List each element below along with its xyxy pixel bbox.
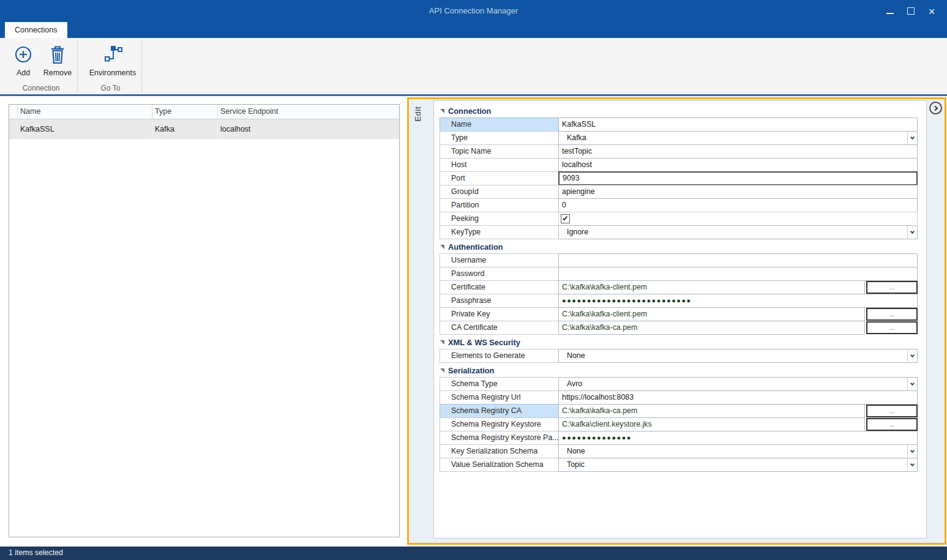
property-label-ca-certificate[interactable]: CA Certificate [440,321,559,335]
column-header-name[interactable]: Name [18,105,152,119]
file-path-field[interactable]: C:\kafka\kafka-ca.pem [558,321,865,335]
dropdown-type[interactable]: Kafka [558,131,918,145]
dropdown-button[interactable] [907,378,917,390]
environments-button[interactable]: Environments [82,40,143,88]
cell-end: localhost [218,119,399,139]
dropdown-button[interactable] [907,132,917,144]
property-row-schema-registry-keystore: Schema Registry KeystoreC:\kafka\client.… [440,417,918,431]
section-expander-icon [440,245,444,249]
text-field-topic-name[interactable]: testTopic [558,144,918,159]
browse-button[interactable]: ... [866,308,918,321]
dropdown-key-serialization-schema[interactable]: None [558,444,918,458]
password-field-passphrase[interactable]: ●●●●●●●●●●●●●●●●●●●●●●●●●● [558,294,918,308]
property-label-schema-registry-url[interactable]: Schema Registry Url [440,390,559,405]
dropdown-button[interactable] [907,226,917,239]
file-path-field[interactable]: C:\kafka\kafka-ca.pem [558,404,865,418]
section-header-serialization[interactable]: Serialization [440,364,918,377]
dropdown-button[interactable] [907,349,917,362]
property-row-key-serialization-schema: Key Serialization SchemaNone [440,444,918,458]
dropdown-button[interactable] [907,458,917,471]
close-button[interactable]: × [921,2,942,20]
dropdown-value-serialization-schema[interactable]: Topic [558,458,918,472]
browse-button[interactable]: ... [866,405,918,417]
column-header-service-endpoint[interactable]: Service Endpoint [218,105,399,119]
connection-list: Name Type Service Endpoint KafkaSSLKafka… [9,104,400,537]
cell-type: Kafka [152,119,218,139]
text-field-partition[interactable]: 0 [558,198,918,212]
section-expander-icon [440,368,444,373]
property-row-username: Username [440,253,918,267]
property-value-schema-registry-keystore-pa: ●●●●●●●●●●●●●● [558,431,918,445]
dropdown-schema-type[interactable]: Avro [558,377,918,391]
property-label-username[interactable]: Username [440,253,559,267]
ribbon-group-separator [141,40,142,93]
text-field-name[interactable]: KafkaSSL [558,118,918,132]
browse-button[interactable]: ... [866,418,918,431]
property-label-type[interactable]: Type [440,131,559,145]
password-field-schema-registry-keystore-pa[interactable]: ●●●●●●●●●●●●●● [558,431,918,445]
property-label-keytype[interactable]: KeyType [440,225,559,239]
property-value-certificate: C:\kafka\kafka-client.pem... [558,280,918,294]
property-label-schema-registry-keystore-pa[interactable]: Schema Registry Keystore Pa... [440,431,559,445]
file-path-field[interactable]: C:\kafka\kafka-client.pem [558,280,865,294]
text-field-host[interactable]: localhost [558,158,918,172]
chevron-down-icon [910,353,915,357]
section-header-xml-ws-security[interactable]: XML & WS Security [440,336,918,349]
property-label-value-serialization-schema[interactable]: Value Serialization Schema [440,458,559,472]
collapse-panel-button[interactable] [929,102,942,114]
table-row-kafkassl[interactable]: KafkaSSLKafkalocalhost [9,119,399,139]
minimize-button[interactable] [880,2,900,20]
property-label-private-key[interactable]: Private Key [440,307,559,321]
browse-button[interactable]: ... [866,281,918,294]
property-row-keytype: KeyTypeIgnore [440,225,918,239]
browse-button[interactable]: ... [866,321,918,334]
maximize-button[interactable] [900,2,921,20]
dropdown-value: Kafka [559,132,907,144]
property-label-passphrase[interactable]: Passphrase [440,294,559,308]
file-field-schema-registry-keystore: C:\kafka\client.keystore.jks... [558,417,918,431]
property-label-port[interactable]: Port [440,171,559,185]
text-field-port[interactable]: 9093 [558,171,918,185]
property-label-key-serialization-schema[interactable]: Key Serialization Schema [440,444,559,458]
section-header-authentication[interactable]: Authentication [440,241,918,253]
file-path-field[interactable]: C:\kafka\client.keystore.jks [558,417,865,431]
property-row-value-serialization-schema: Value Serialization SchemaTopic [440,458,918,472]
dropdown-value: Topic [559,458,907,471]
dropdown-elements-to-generate[interactable]: None [558,349,918,363]
property-label-certificate[interactable]: Certificate [440,280,559,294]
text-field-schema-registry-url[interactable]: https://localhost:8083 [558,390,918,405]
tab-connections[interactable]: Connections [5,22,67,38]
property-label-password[interactable]: Password [440,267,559,281]
remove-button[interactable]: Remove [39,40,76,88]
property-label-elements-to-generate[interactable]: Elements to Generate [440,349,559,363]
edit-panel: Edit ConnectionNameKafkaSSLTypeKafkaTopi… [407,97,946,545]
property-label-schema-registry-ca[interactable]: Schema Registry CA [440,404,559,418]
connection-list-body: KafkaSSLKafkalocalhost [9,119,399,139]
property-label-name[interactable]: Name [440,118,559,132]
checkbox-peeking[interactable] [561,214,570,223]
property-label-host[interactable]: Host [440,158,559,172]
property-label-groupid[interactable]: GroupId [440,185,559,199]
text-field-password[interactable] [558,267,918,281]
column-header-type[interactable]: Type [152,105,218,119]
property-label-peeking[interactable]: Peeking [440,212,559,226]
property-value-name: KafkaSSL [558,118,918,132]
property-label-schema-registry-keystore[interactable]: Schema Registry Keystore [440,417,559,431]
text-field-groupid[interactable]: apiengine [558,185,918,199]
property-label-partition[interactable]: Partition [440,198,559,212]
chevron-down-icon [910,461,915,466]
dropdown-keytype[interactable]: Ignore [558,225,918,239]
property-row-port: Port9093 [440,171,918,185]
dropdown-button[interactable] [907,445,917,458]
property-row-ca-certificate: CA CertificateC:\kafka\kafka-ca.pem... [440,321,918,335]
text-field-username[interactable] [558,253,918,267]
section-header-connection[interactable]: Connection [440,105,918,118]
titlebar[interactable]: API Connection Manager × [0,0,947,22]
property-label-schema-type[interactable]: Schema Type [440,377,559,391]
add-button[interactable]: Add [9,40,38,88]
tab-edit[interactable]: Edit [413,106,422,121]
property-label-topic-name[interactable]: Topic Name [440,144,559,159]
property-row-passphrase: Passphrase●●●●●●●●●●●●●●●●●●●●●●●●●● [440,294,918,308]
file-path-field[interactable]: C:\kafka\kafka-client.pem [558,307,865,321]
property-value-elements-to-generate: None [558,349,918,363]
